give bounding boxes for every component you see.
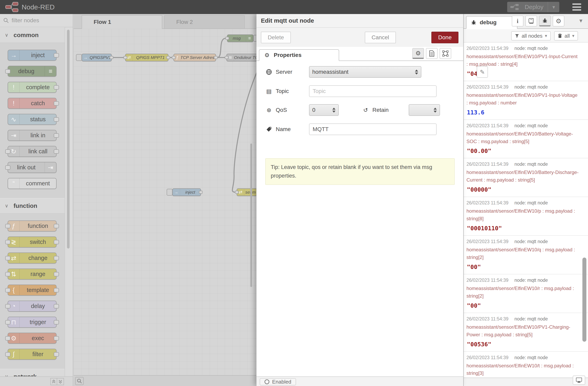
debug-filter-button[interactable]: all nodes ▾ [511, 31, 551, 41]
palette-node-filter[interactable]: ∫filter [8, 349, 57, 360]
cancel-button[interactable]: Cancel [365, 32, 396, 43]
flow-node-inject[interactable]: →inject [172, 188, 201, 196]
node-description-button[interactable] [426, 48, 438, 59]
node-appearance-button[interactable] [440, 48, 451, 59]
output-port[interactable] [54, 336, 59, 341]
palette-node-catch[interactable]: !catch [8, 98, 57, 109]
output-port[interactable] [54, 101, 59, 106]
palette-node-debug[interactable]: ≡debug [8, 66, 57, 77]
input-port[interactable] [5, 352, 10, 357]
input-port[interactable] [5, 224, 10, 228]
input-port[interactable] [5, 320, 10, 325]
input-port[interactable] [5, 336, 10, 341]
message-payload[interactable]: "00" [467, 264, 580, 270]
canvas-search-button[interactable] [75, 377, 84, 385]
palette-node-comment[interactable]: “comment [8, 178, 57, 189]
name-input[interactable] [309, 123, 437, 135]
palette-search[interactable]: filter nodes [0, 14, 73, 27]
input-port[interactable] [225, 56, 229, 59]
output-port[interactable] [54, 320, 59, 325]
done-button[interactable]: Done [431, 32, 459, 43]
output-port[interactable] [54, 240, 59, 244]
flow-node-TCP-Server-Adress[interactable]: ƒTCP Server Adress [173, 54, 216, 61]
debug-scrollbar[interactable] [582, 258, 587, 342]
enabled-toggle-button[interactable]: Enabled [260, 378, 296, 386]
collapse-all-categories-button[interactable] [50, 378, 57, 385]
tab-properties[interactable]: ⚙ Properties [259, 49, 339, 61]
debug-clear-button[interactable]: all ▾ [554, 31, 578, 41]
input-port[interactable] [5, 304, 10, 308]
main-menu-button[interactable] [572, 3, 582, 11]
output-port[interactable] [199, 191, 203, 194]
input-port[interactable] [172, 56, 175, 59]
palette-node-link-call[interactable]: ↻link call [8, 146, 57, 157]
palette-node-switch[interactable]: ≷switch [8, 237, 57, 247]
palette-section-function[interactable]: ∨function [0, 198, 64, 214]
output-port[interactable] [54, 256, 59, 260]
output-port[interactable] [110, 56, 113, 59]
input-port[interactable] [5, 240, 10, 244]
palette-scrollbar[interactable] [67, 30, 70, 248]
sidebar-help-button[interactable] [525, 16, 537, 26]
message-property[interactable]: homeassistant/sensor/ElfinEW10/t : msg.p… [466, 362, 579, 377]
inject-button[interactable] [76, 54, 82, 61]
input-port[interactable] [5, 149, 10, 154]
message-payload[interactable]: "00000" [467, 186, 580, 193]
delete-button[interactable]: Delete [261, 32, 291, 43]
message-payload[interactable]: "00536" [467, 341, 580, 348]
node-properties-button[interactable]: ⚙ [412, 48, 424, 59]
expand-all-categories-button[interactable] [57, 378, 64, 385]
palette-section-common[interactable]: ∨common [0, 27, 64, 43]
deploy-options-button[interactable]: ▾ [548, 2, 559, 12]
message-payload[interactable]: "00" [467, 302, 580, 309]
message-property[interactable]: homeassistant/sensor/ElfinEW10/q : msg.p… [466, 246, 579, 261]
flow-node-set-m[interactable]: ⇄set m [237, 188, 257, 196]
palette-node-exec[interactable]: ⚙exec [8, 333, 57, 344]
message-payload[interactable]: "00.00" [467, 147, 580, 154]
output-port[interactable] [54, 304, 59, 308]
sidebar-config-button[interactable]: ⚙ [553, 16, 564, 26]
tab-flow-2[interactable]: Flow 2 [164, 15, 245, 29]
message-property[interactable]: homeassistant/sensor/ElfinEW10/Battery-D… [466, 168, 579, 184]
output-port[interactable] [54, 224, 59, 228]
topic-input[interactable] [309, 85, 437, 97]
message-property[interactable]: homeassistant/sensor/ElfinEW10/PV1-Input… [466, 91, 579, 107]
workspace-vertical-scrollbar[interactable] [250, 143, 252, 287]
input-port[interactable] [5, 69, 10, 74]
message-property[interactable]: homeassistant/sensor/ElfinEW10/r : msg.p… [466, 284, 579, 300]
palette-node-change[interactable]: ⇄change [8, 253, 57, 264]
palette-node-status[interactable]: ∿status [8, 114, 57, 125]
output-port[interactable] [54, 85, 59, 90]
output-port[interactable] [54, 352, 59, 357]
palette-node-complete[interactable]: !complete [8, 82, 57, 93]
flow-node-QPIGSPV1[interactable]: →QPIGSPV1 [82, 54, 112, 61]
server-select[interactable]: homeassistant [309, 66, 421, 78]
inject-button[interactable] [167, 189, 172, 196]
qos-select[interactable]: 0 [309, 104, 339, 116]
palette-scroll-area[interactable]: ∨common→inject≡debug!complete!catch∿stat… [0, 27, 65, 376]
input-port[interactable] [5, 272, 10, 276]
palette-node-delay[interactable]: ◔delay [8, 301, 57, 312]
edit-server-button[interactable]: ✎ [477, 66, 488, 78]
flow-node-QPIGS-MPPT1[interactable]: ⇄QPIGS MPPT1 [125, 54, 168, 61]
palette-node-function[interactable]: ƒfunction [8, 221, 57, 231]
output-port[interactable] [54, 149, 59, 154]
sidebar-debug-button[interactable] [539, 16, 551, 26]
tab-flow-1[interactable]: Flow 1 [82, 15, 162, 29]
input-port[interactable] [5, 165, 10, 170]
open-debug-window-button[interactable] [573, 376, 585, 385]
output-port[interactable] [214, 56, 218, 59]
sidebar-more-button[interactable]: ▾ [579, 17, 582, 24]
palette-node-link-out[interactable]: ⇥link out [8, 162, 57, 173]
output-port[interactable] [54, 288, 59, 292]
flow-node-Onduleur-TC[interactable]: ≋Onduleur TC [226, 54, 258, 61]
output-port[interactable] [54, 272, 59, 276]
input-port[interactable] [235, 191, 239, 194]
deploy-button[interactable]: Deploy ▾ [507, 2, 559, 12]
message-property[interactable]: homeassistant/sensor/ElfinEW10/PV1-Charg… [466, 323, 579, 339]
output-port[interactable] [54, 53, 59, 58]
output-port[interactable] [54, 117, 59, 122]
palette-node-link-in[interactable]: ⇥link in [8, 130, 57, 141]
sidebar-info-button[interactable]: i [512, 16, 524, 26]
output-port[interactable] [167, 56, 170, 59]
